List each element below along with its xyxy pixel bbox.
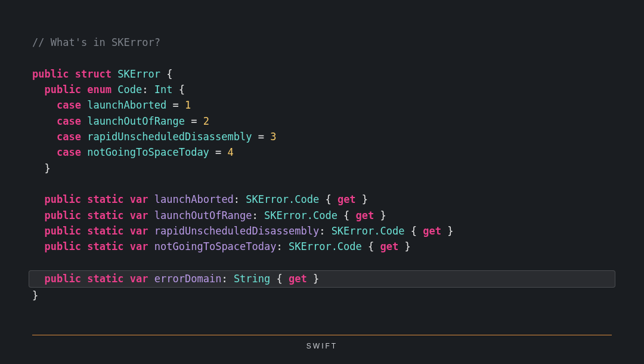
footer-label: SWIFT (0, 341, 644, 352)
code-block: // What's in SKError? public struct SKEr… (0, 0, 644, 303)
brace-close: } (32, 289, 38, 301)
keyword-public: public (44, 240, 80, 252)
keyword-get: get (338, 193, 356, 205)
var-name: notGoingToSpaceToday (154, 240, 277, 252)
case-name: notGoingToSpaceToday (87, 146, 209, 158)
case-name: launchAborted (87, 99, 166, 111)
struct-close-line: } (32, 288, 612, 303)
var-name: launchAborted (154, 193, 234, 205)
keyword-struct: struct (75, 68, 112, 80)
keyword-public: public (44, 225, 80, 237)
keyword-var: var (130, 209, 148, 221)
case-line: case launchOutOfRange = 2 (32, 113, 612, 129)
keyword-static: static (87, 193, 123, 205)
keyword-static: static (87, 240, 123, 252)
keyword-public: public (44, 193, 80, 205)
keyword-get: get (289, 273, 307, 285)
blank-line (32, 50, 612, 66)
static-var-line: public static var notGoingToSpaceToday: … (32, 239, 612, 254)
static-var-line: public static var launchAborted: SKError… (32, 192, 612, 207)
keyword-get: get (380, 240, 399, 252)
case-value: 1 (185, 99, 191, 111)
keyword-var: var (130, 240, 148, 252)
keyword-static: static (87, 273, 123, 285)
keyword-var: var (130, 273, 148, 285)
blank-line (32, 176, 612, 192)
keyword-public: public (44, 209, 80, 221)
keyword-case: case (57, 146, 81, 158)
keyword-get: get (356, 209, 374, 221)
type-int: Int (154, 84, 173, 95)
keyword-public: public (44, 273, 80, 285)
keyword-case: case (57, 131, 81, 143)
divider (32, 335, 612, 335)
keyword-static: static (87, 209, 123, 221)
var-name-errordomain: errorDomain (154, 273, 222, 285)
type-skerror-code: SKError.Code (332, 225, 405, 237)
keyword-public: public (44, 84, 80, 95)
type-string: String (234, 273, 270, 285)
keyword-var: var (130, 193, 148, 205)
keyword-case: case (57, 115, 81, 127)
case-value: 3 (270, 131, 276, 143)
keyword-static: static (87, 225, 123, 237)
brace-open: { (173, 84, 185, 95)
case-name: rapidUnscheduledDisassembly (87, 131, 252, 143)
comment-text: // What's in SKError? (32, 36, 160, 48)
case-line: case notGoingToSpaceToday = 4 (32, 144, 612, 160)
keyword-public: public (32, 68, 69, 80)
keyword-case: case (57, 99, 81, 111)
var-name: launchOutOfRange (154, 209, 252, 221)
keyword-enum: enum (87, 84, 112, 95)
case-name: launchOutOfRange (87, 115, 185, 127)
case-value: 4 (228, 146, 234, 158)
static-var-line: public static var rapidUnscheduledDisass… (32, 223, 612, 239)
type-code: Code (117, 84, 142, 95)
case-line: case launchAborted = 1 (32, 97, 612, 113)
struct-decl-line: public struct SKError { (32, 66, 612, 82)
case-line: case rapidUnscheduledDisassembly = 3 (32, 129, 612, 144)
comment-line: // What's in SKError? (32, 35, 612, 50)
case-value: 2 (203, 115, 209, 127)
type-skerror-code: SKError.Code (246, 193, 319, 205)
static-var-line: public static var launchOutOfRange: SKEr… (32, 208, 612, 223)
highlighted-line: public static var errorDomain: String { … (29, 270, 615, 287)
enum-decl-line: public enum Code: Int { (32, 82, 612, 97)
type-skerror-code: SKError.Code (264, 209, 338, 221)
brace-close: } (32, 162, 51, 174)
blank-line (32, 255, 612, 270)
type-skerror: SKError (117, 68, 160, 80)
keyword-var: var (130, 225, 148, 237)
brace-open: { (160, 68, 172, 80)
enum-close-line: } (32, 161, 612, 176)
keyword-get: get (423, 225, 441, 237)
type-skerror-code: SKError.Code (289, 240, 362, 252)
var-name: rapidUnscheduledDisassembly (154, 225, 319, 237)
